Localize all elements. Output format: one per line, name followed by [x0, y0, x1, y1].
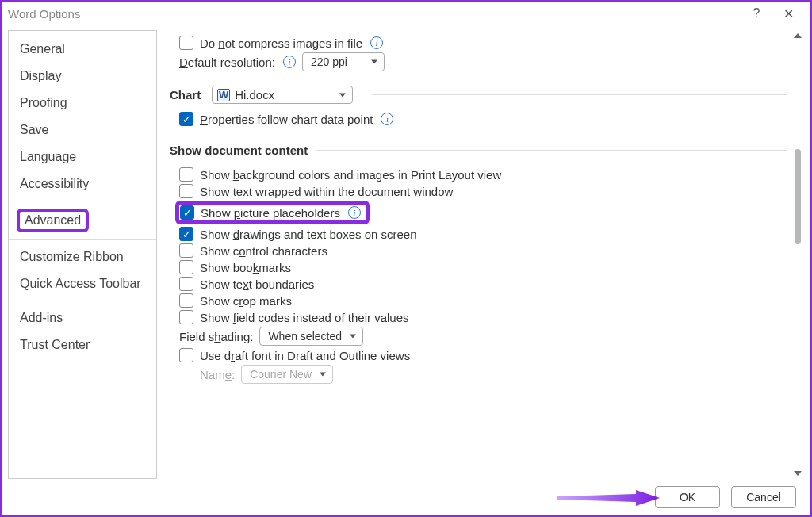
show-document-content-header: Show document content	[170, 144, 787, 157]
sidebar-item-display[interactable]: Display	[9, 63, 156, 90]
sidebar-item-add-ins[interactable]: Add-ins	[9, 304, 156, 331]
show-text-boundaries-row: Show text boundaries	[179, 277, 787, 291]
draft-font-name-label: Name:	[200, 368, 235, 381]
field-shading-label: Field shading:	[179, 330, 253, 343]
info-icon[interactable]: i	[381, 113, 393, 125]
chart-section-header: Chart W Hi.docx	[170, 86, 787, 104]
chart-section-title: Chart	[170, 88, 201, 101]
show-bookmarks-label: Show bookmarks	[200, 261, 291, 274]
scroll-down-icon[interactable]	[794, 471, 802, 476]
cancel-button[interactable]: Cancel	[731, 486, 796, 508]
show-field-codes-row: Show field codes instead of their values	[179, 310, 787, 324]
show-control-chars-label: Show control characters	[200, 244, 327, 258]
show-crop-marks-row: Show crop marks	[179, 293, 787, 308]
content-panel: Do not compress images in file i Default…	[163, 30, 804, 479]
scroll-up-icon[interactable]	[794, 33, 802, 38]
section-divider	[316, 150, 787, 151]
info-icon[interactable]: i	[370, 36, 383, 49]
show-background-row: Show background colors and images in Pri…	[179, 167, 787, 182]
show-control-chars-checkbox[interactable]	[179, 243, 193, 258]
svg-marker-0	[557, 490, 660, 506]
show-picture-placeholders-checkbox[interactable]: ✓	[180, 205, 194, 220]
sidebar-item-general[interactable]: General	[9, 36, 156, 63]
sidebar-item-trust-center[interactable]: Trust Center	[9, 331, 156, 358]
show-drawings-label: Show drawings and text boxes on screen	[200, 228, 417, 241]
properties-follow-label: Properties follow chart data point	[200, 113, 373, 126]
category-sidebar: General Display Proofing Save Language A…	[8, 30, 157, 479]
close-button[interactable]: ✕	[772, 6, 804, 21]
annotation-highlight: ✓ Show picture placeholders i	[175, 201, 370, 224]
show-wrapped-text-checkbox[interactable]	[179, 184, 193, 198]
show-background-checkbox[interactable]	[179, 167, 193, 182]
sidebar-item-language[interactable]: Language	[9, 144, 156, 170]
annotation-highlight: Advanced	[17, 209, 89, 232]
sidebar-item-save[interactable]: Save	[9, 117, 156, 144]
sidebar-item-customize-ribbon[interactable]: Customize Ribbon	[9, 243, 156, 270]
properties-follow-row: ✓ Properties follow chart data point i	[179, 112, 787, 126]
section-divider	[372, 94, 787, 95]
window-title: Word Options	[8, 7, 80, 21]
field-shading-select[interactable]: When selected	[259, 327, 363, 346]
scroll-thumb[interactable]	[795, 149, 801, 244]
show-drawings-checkbox[interactable]: ✓	[179, 227, 193, 241]
info-icon[interactable]: i	[283, 56, 296, 68]
do-not-compress-checkbox[interactable]	[179, 36, 193, 50]
vertical-scrollbar[interactable]	[791, 30, 804, 479]
show-document-content-title: Show document content	[170, 144, 308, 157]
word-doc-icon: W	[217, 89, 230, 101]
show-wrapped-text-label: Show text wrapped within the document wi…	[200, 185, 453, 198]
show-bookmarks-row: Show bookmarks	[179, 260, 787, 274]
sidebar-item-proofing[interactable]: Proofing	[9, 90, 156, 117]
annotation-arrow-icon	[557, 490, 660, 506]
default-resolution-row: Default resolution: i 220 ppi	[179, 52, 787, 71]
show-control-chars-row: Show control characters	[179, 243, 787, 258]
show-picture-placeholders-row: ✓ Show picture placeholders i	[175, 201, 787, 224]
show-wrapped-text-row: Show text wrapped within the document wi…	[179, 184, 787, 198]
use-draft-font-label: Use draft font in Draft and Outline view…	[200, 349, 410, 362]
default-resolution-label: Default resolution:	[179, 56, 275, 69]
properties-follow-checkbox[interactable]: ✓	[179, 112, 193, 126]
show-drawings-row: ✓ Show drawings and text boxes on screen	[179, 227, 787, 241]
default-resolution-select[interactable]: 220 ppi	[302, 52, 385, 71]
use-draft-font-row: Use draft font in Draft and Outline view…	[179, 348, 787, 362]
dialog-footer: OK Cancel	[2, 479, 810, 515]
show-field-codes-checkbox[interactable]	[179, 310, 193, 324]
chart-document-select[interactable]: W Hi.docx	[212, 86, 353, 104]
show-text-boundaries-checkbox[interactable]	[179, 277, 193, 291]
draft-font-name-row: Name: Courier New	[200, 365, 787, 384]
draft-font-name-select: Courier New	[241, 365, 333, 384]
dialog-body: General Display Proofing Save Language A…	[2, 25, 810, 479]
show-text-boundaries-label: Show text boundaries	[200, 278, 314, 291]
help-button[interactable]: ?	[741, 6, 772, 21]
show-bookmarks-checkbox[interactable]	[179, 260, 193, 274]
sidebar-item-quick-access-toolbar[interactable]: Quick Access Toolbar	[9, 270, 156, 297]
titlebar: Word Options ? ✕	[2, 2, 810, 25]
info-icon[interactable]: i	[348, 206, 361, 219]
sidebar-item-accessibility[interactable]: Accessibility	[9, 170, 156, 197]
do-not-compress-label: Do not compress images in file	[200, 36, 362, 50]
show-picture-placeholders-label: Show picture placeholders	[201, 206, 340, 220]
show-crop-marks-label: Show crop marks	[200, 294, 292, 308]
field-shading-row: Field shading: When selected	[179, 327, 787, 346]
show-field-codes-label: Show field codes instead of their values	[200, 311, 409, 324]
ok-button[interactable]: OK	[655, 486, 720, 508]
show-background-label: Show background colors and images in Pri…	[200, 168, 501, 182]
do-not-compress-row: Do not compress images in file i	[179, 36, 787, 50]
show-crop-marks-checkbox[interactable]	[179, 293, 193, 308]
sidebar-item-advanced[interactable]: Advanced	[9, 205, 156, 236]
use-draft-font-checkbox[interactable]	[179, 348, 193, 362]
word-options-dialog: Word Options ? ✕ General Display Proofin…	[0, 0, 812, 517]
